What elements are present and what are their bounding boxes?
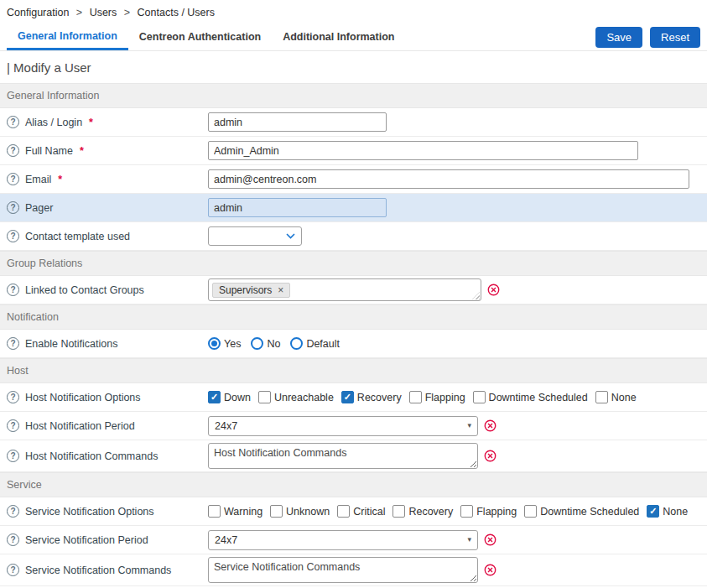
form-row-host-notification-commands: ? Host Notification Commands — [0, 440, 707, 472]
form-row-email: ? Email * — [0, 165, 707, 194]
host-options-checkbox-none[interactable] — [595, 391, 608, 403]
checkbox-label-downtime-scheduled: Downtime Scheduled — [540, 506, 639, 518]
radio-label-no: No — [267, 338, 280, 350]
service-options-checkbox-flapping[interactable] — [460, 505, 473, 518]
label-cell: ? Host Notification Commands — [7, 450, 208, 462]
form-row-alias-login: ? Alias / Login * — [0, 108, 707, 137]
checkbox-item-none: None — [595, 391, 637, 403]
field-label-enable-notifications: Enable Notifications — [25, 338, 117, 350]
label-cell: ? Enable Notifications — [7, 337, 208, 350]
host-options-checkbox-unreachable[interactable] — [258, 391, 271, 403]
required-marker: * — [80, 145, 84, 157]
resize-handle[interactable] — [472, 292, 480, 299]
help-icon[interactable]: ? — [7, 144, 19, 157]
help-icon[interactable]: ? — [7, 116, 19, 128]
field-cell — [208, 557, 707, 583]
field-cell: Yes No Default — [208, 337, 707, 350]
clear-service-notification-commands-icon[interactable] — [484, 564, 496, 576]
save-button[interactable]: Save — [595, 27, 642, 48]
help-icon[interactable]: ? — [7, 391, 19, 403]
form-row-pager: ? Pager — [0, 194, 707, 222]
clear-host-notification-commands-icon[interactable] — [484, 450, 496, 462]
help-icon[interactable]: ? — [7, 533, 19, 546]
tag-label: Supervisors — [219, 284, 272, 296]
alias-login-input[interactable] — [208, 112, 387, 132]
clear-service-notification-period-icon[interactable] — [484, 533, 496, 546]
service-options-checkbox-critical[interactable] — [337, 505, 350, 518]
checkbox-item-downtime-scheduled: Downtime Scheduled — [473, 391, 588, 403]
host-notification-commands-textarea[interactable] — [208, 443, 478, 469]
tab-additional-information[interactable]: Additional Information — [272, 23, 405, 50]
service-options-checkbox-downtime-scheduled[interactable] — [524, 505, 537, 518]
checkbox-label-unknown: Unknown — [286, 506, 330, 518]
reset-button[interactable]: Reset — [650, 27, 700, 48]
host-options-checkbox-flapping[interactable] — [409, 391, 422, 403]
checkbox-item-recovery: Recovery — [392, 505, 453, 518]
field-cell — [208, 112, 707, 132]
check-icon: ✓ — [649, 506, 657, 517]
checkbox-label-recovery: Recovery — [357, 392, 402, 403]
contact-groups-multiselect[interactable]: Supervisors × — [208, 278, 481, 301]
service-notification-period-selected-value: 24x7 — [215, 534, 237, 546]
field-label-host-notification-commands: Host Notification Commands — [25, 450, 158, 462]
service-options-checkbox-recovery[interactable] — [392, 505, 405, 518]
tab-centreon-authentication[interactable]: Centreon Authentication — [128, 23, 272, 50]
enable-notifications-radio-default[interactable] — [290, 337, 303, 350]
help-icon[interactable]: ? — [7, 564, 19, 576]
help-icon[interactable]: ? — [7, 173, 19, 185]
checkbox-label-flapping: Flapping — [476, 506, 517, 518]
help-icon[interactable]: ? — [7, 337, 19, 350]
field-cell — [208, 198, 707, 217]
help-icon[interactable]: ? — [7, 230, 19, 242]
form-row-full-name: ? Full Name * — [0, 137, 707, 165]
chevron-down-icon: ▾ — [467, 536, 471, 544]
service-options-checkbox-none[interactable]: ✓ — [647, 505, 659, 518]
enable-notifications-radio-yes[interactable] — [208, 337, 221, 350]
breadcrumb-item-contacts-users[interactable]: Contacts / Users — [138, 7, 215, 18]
chevron-down-icon: ▾ — [467, 422, 471, 429]
email-input[interactable] — [208, 169, 689, 189]
label-cell: ? Pager — [7, 201, 208, 214]
help-icon[interactable]: ? — [7, 505, 19, 518]
help-icon[interactable]: ? — [7, 450, 19, 462]
label-cell: ? Contact template used — [7, 230, 208, 242]
service-notification-options-group: Warning Unknown Critical Recovery Flappi… — [208, 505, 688, 518]
host-options-checkbox-downtime-scheduled[interactable] — [473, 391, 486, 403]
modify-user-page: Configuration > Users > Contacts / Users… — [0, 0, 707, 588]
breadcrumb-item-users[interactable]: Users — [90, 7, 117, 18]
pager-input[interactable] — [208, 198, 387, 217]
tab-list: General Information Centreon Authenticat… — [7, 23, 405, 50]
help-icon[interactable]: ? — [7, 284, 19, 296]
help-icon[interactable]: ? — [7, 419, 19, 432]
label-cell: ? Host Notification Options — [7, 391, 208, 403]
check-icon: ✓ — [211, 392, 218, 403]
full-name-input[interactable] — [208, 141, 638, 160]
clear-contact-groups-icon[interactable] — [487, 284, 500, 296]
checkbox-label-downtime-scheduled: Downtime Scheduled — [489, 392, 588, 403]
service-notification-commands-textarea[interactable] — [208, 557, 478, 583]
clear-host-notification-period-icon[interactable] — [484, 419, 496, 432]
remove-tag-icon[interactable]: × — [278, 285, 283, 295]
checkbox-label-flapping: Flapping — [425, 392, 465, 403]
checkbox-label-unreachable: Unreachable — [274, 392, 334, 403]
form-row-service-notification-period: ? Service Notification Period 24x7 ▾ — [0, 526, 707, 554]
service-options-checkbox-unknown[interactable] — [270, 505, 283, 518]
host-options-checkbox-down[interactable]: ✓ — [208, 391, 221, 403]
tab-general-information[interactable]: General Information — [7, 23, 128, 50]
help-icon[interactable]: ? — [7, 201, 19, 214]
form-row-host-notification-period: ? Host Notification Period 24x7 ▾ — [0, 412, 707, 440]
radio-option-default: Default — [290, 337, 340, 350]
label-cell: ? Host Notification Period — [7, 419, 208, 432]
service-notification-period-select[interactable]: 24x7 ▾ — [208, 530, 478, 550]
check-icon: ✓ — [344, 392, 351, 403]
enable-notifications-radio-no[interactable] — [251, 337, 263, 350]
form-row-enable-notifications: ? Enable Notifications Yes No Default — [0, 330, 707, 358]
contact-template-select[interactable] — [208, 226, 302, 246]
host-notification-period-select[interactable]: 24x7 ▾ — [208, 416, 478, 436]
host-notification-period-selected-value: 24x7 — [215, 420, 237, 432]
breadcrumb-item-configuration[interactable]: Configuration — [7, 7, 69, 18]
service-options-checkbox-warning[interactable] — [208, 505, 221, 518]
form-row-service-notification-commands: ? Service Notification Commands — [0, 554, 707, 586]
checkbox-label-warning: Warning — [224, 506, 263, 518]
host-options-checkbox-recovery[interactable]: ✓ — [341, 391, 354, 403]
